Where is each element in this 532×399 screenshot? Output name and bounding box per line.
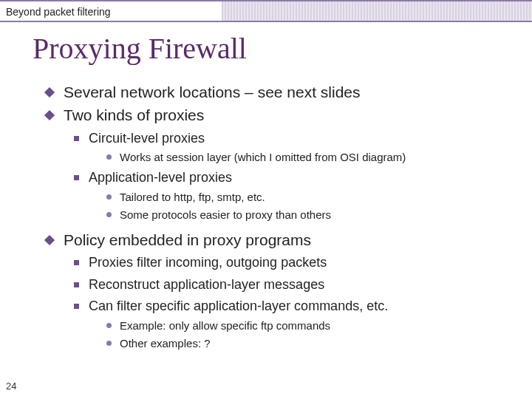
square-icon	[74, 175, 79, 180]
square-icon	[74, 282, 79, 287]
bullet-text: Example: only allow specific ftp command…	[120, 319, 330, 332]
dot-icon	[106, 194, 112, 200]
square-icon	[74, 260, 79, 265]
bullet-lvl3: Tailored to http, ftp, smtp, etc.	[105, 190, 517, 205]
bullet-text: Application-level proxies	[89, 170, 232, 185]
diamond-icon	[44, 110, 55, 120]
bullet-lvl3: Works at session layer (which I omitted …	[105, 150, 517, 165]
square-icon	[74, 304, 79, 309]
dot-icon	[106, 154, 112, 160]
bullet-text: Reconstruct application-layer messages	[89, 277, 324, 292]
page-number: 24	[6, 381, 16, 392]
square-icon	[74, 136, 79, 141]
bullet-lvl3: Some protocols easier to proxy than othe…	[105, 208, 517, 222]
dot-icon	[106, 341, 112, 346]
bullet-text: Works at session layer (which I omitted …	[120, 151, 406, 163]
bullet-lvl2: Proxies filter incoming, outgoing packet…	[72, 254, 517, 271]
bullet-text: Policy embedded in proxy programs	[64, 231, 311, 248]
bullet-text: Two kinds of proxies	[64, 106, 204, 123]
bullet-lvl3: Example: only allow specific ftp command…	[105, 318, 517, 333]
section-label: Beyond packet filtering	[6, 6, 526, 18]
bullet-text: Other examples: ?	[120, 337, 211, 349]
bullet-text: Tailored to http, ftp, smtp, etc.	[120, 191, 265, 203]
bullet-lvl1: Several network locations – see next sli…	[41, 82, 517, 102]
bullet-lvl3: Other examples: ?	[105, 336, 517, 351]
bullet-lvl2: Circuit-level proxies	[72, 130, 517, 147]
slide-header: Beyond packet filtering	[0, 0, 532, 21]
dot-icon	[106, 323, 112, 328]
bullet-lvl1: Two kinds of proxies	[41, 105, 517, 125]
bullet-text: Proxies filter incoming, outgoing packet…	[89, 255, 327, 270]
diamond-icon	[44, 235, 55, 245]
bullet-text: Circuit-level proxies	[89, 131, 205, 146]
bullet-lvl2: Can filter specific application-layer co…	[72, 298, 517, 315]
title-divider	[0, 21, 532, 22]
slide-title: Proxying Firewall	[33, 31, 532, 66]
dot-icon	[106, 212, 112, 217]
diamond-icon	[44, 87, 55, 98]
bullet-lvl1: Policy embedded in proxy programs	[41, 230, 517, 250]
bullet-lvl2: Application-level proxies	[72, 169, 517, 186]
bullet-lvl2: Reconstruct application-layer messages	[72, 276, 517, 293]
bullet-text: Some protocols easier to proxy than othe…	[120, 208, 331, 221]
bullet-text: Can filter specific application-layer co…	[89, 299, 388, 313]
bullet-text: Several network locations – see next sli…	[64, 83, 361, 100]
slide-content: Several network locations – see next sli…	[41, 82, 517, 351]
